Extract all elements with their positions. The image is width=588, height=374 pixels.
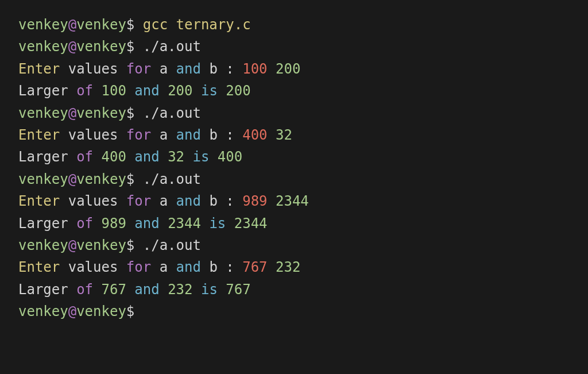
command-compile: gcc ternary.c	[143, 17, 251, 33]
input-b-4: 232	[276, 259, 300, 275]
input-a-2: 400	[242, 127, 267, 143]
prompt-line-run-3: venkey@venkey$ ./a.out	[18, 168, 570, 190]
input-a-1: 100	[242, 61, 267, 77]
output-result-3: Larger of 989 and 2344 is 2344	[18, 213, 570, 234]
output-result-2: Larger of 400 and 32 is 400	[18, 146, 570, 168]
input-b-1: 200	[276, 61, 300, 77]
result-2: 400	[218, 149, 242, 165]
terminal-output: venkey@venkey$ gcc ternary.c venkey@venk…	[18, 14, 570, 322]
input-a-3: 989	[242, 193, 267, 209]
prompt-line-empty[interactable]: venkey@venkey$	[18, 300, 570, 322]
result-3: 2344	[234, 215, 268, 232]
prompt-user: venkey	[18, 17, 68, 33]
prompt-at: @	[68, 17, 76, 33]
input-prompt-1: Enter values for a and b : 100 200	[18, 58, 570, 80]
prompt-line-compile: venkey@venkey$ gcc ternary.c	[18, 14, 570, 36]
result-4: 767	[226, 282, 250, 298]
input-b-2: 32	[276, 127, 292, 143]
output-result-4: Larger of 767 and 232 is 767	[18, 279, 570, 300]
result-1: 200	[226, 83, 250, 99]
input-b-3: 2344	[276, 193, 309, 209]
input-a-4: 767	[242, 259, 267, 275]
prompt-line-run-2: venkey@venkey$ ./a.out	[18, 102, 570, 124]
prompt-line-run-4: venkey@venkey$ ./a.out	[18, 234, 570, 256]
command-run: ./a.out	[143, 38, 201, 55]
prompt-line-run-1: venkey@venkey$ ./a.out	[18, 36, 570, 57]
input-prompt-3: Enter values for a and b : 989 2344	[18, 190, 570, 212]
prompt-dollar: $	[126, 17, 134, 33]
prompt-host: venkey	[76, 17, 126, 33]
input-prompt-4: Enter values for a and b : 767 232	[18, 256, 570, 278]
input-prompt-2: Enter values for a and b : 400 32	[18, 124, 570, 146]
output-result-1: Larger of 100 and 200 is 200	[18, 80, 570, 102]
